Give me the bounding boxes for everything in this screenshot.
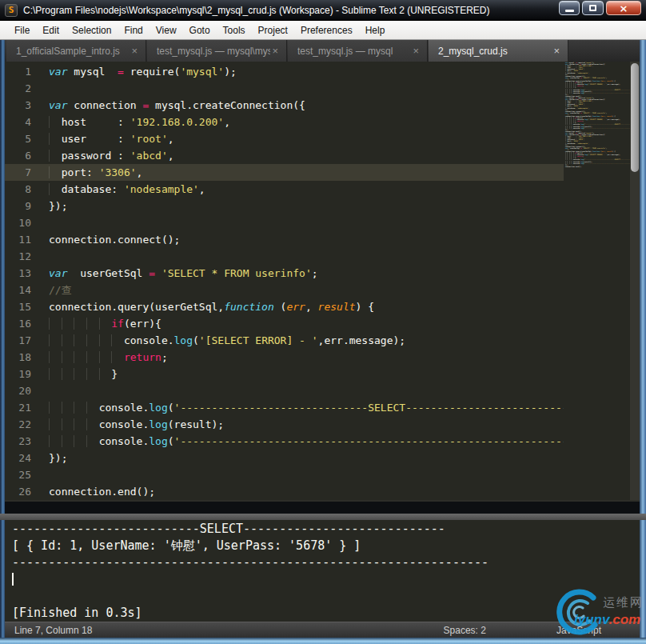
- line-number: 17: [5, 332, 43, 349]
- tab-1-officialsample-intro-js[interactable]: 1_officialSample_intro.js×: [6, 40, 146, 62]
- code-line-7: 7 port: '3306',: [5, 164, 564, 181]
- line-number: 6: [5, 147, 43, 164]
- code-line-24: 24});: [5, 450, 564, 466]
- tab-label: test_mysql.js — mysql: [297, 46, 411, 57]
- line-number: 19: [5, 366, 43, 382]
- close-button[interactable]: ×: [606, 1, 641, 15]
- code-line-21: 21 console.log('------------------------…: [5, 399, 564, 416]
- console-output-line: ----------------------------------------…: [12, 554, 640, 571]
- menu-item-find[interactable]: Find: [118, 22, 149, 39]
- code-line-11: 11connection.connect();: [5, 231, 564, 248]
- tab-close-icon[interactable]: ×: [270, 45, 280, 57]
- maximize-icon: [589, 5, 596, 11]
- code-lines: 1var mysql = require('mysql');23var conn…: [5, 63, 564, 500]
- line-number: 26: [5, 483, 43, 500]
- line-number: 23: [5, 433, 43, 450]
- menu-item-selection[interactable]: Selection: [66, 22, 118, 39]
- menu-item-project[interactable]: Project: [252, 22, 294, 39]
- line-number: 14: [5, 282, 43, 298]
- code-line-14: 14//查: [5, 282, 564, 298]
- tab-label: test_mysql.js — mysql\mysql: [157, 46, 270, 57]
- code-line-17: 17 console.log('[SELECT ERROR] - ',err.m…: [5, 332, 564, 349]
- code-line-12: 12: [5, 248, 564, 265]
- status-syntax[interactable]: JavaScript: [556, 625, 601, 636]
- line-number: 12: [5, 248, 43, 265]
- menu-item-view[interactable]: View: [150, 22, 183, 39]
- line-number: 16: [5, 315, 43, 332]
- line-number: 9: [5, 198, 43, 214]
- menu-item-tools[interactable]: Tools: [217, 22, 252, 39]
- code-line-26: 26connection.end();: [5, 483, 564, 500]
- line-number: 2: [5, 80, 43, 97]
- line-number: 3: [5, 97, 43, 114]
- window-border-bottom: [0, 638, 646, 644]
- code-line-3: 3var connection = mysql.createConnection…: [5, 97, 564, 114]
- line-number: 11: [5, 231, 43, 248]
- line-number: 5: [5, 130, 43, 147]
- line-number: 7: [5, 164, 43, 181]
- tab-close-icon[interactable]: ×: [411, 45, 421, 57]
- status-indentation[interactable]: Spaces: 2: [444, 625, 486, 636]
- menu-item-edit[interactable]: Edit: [36, 22, 66, 39]
- code-line-1: 1var mysql = require('mysql');: [5, 63, 564, 80]
- window-title: C:\Program Files\nodejs\Workspace\mysql\…: [23, 5, 490, 16]
- code-line-25: 25: [5, 466, 564, 483]
- code-line-4: 4 host : '192.168.0.200',: [5, 114, 564, 130]
- status-cursor-position[interactable]: Line 7, Column 18: [14, 625, 444, 636]
- code-line-15: 15connection.query(userGetSql,function (…: [5, 298, 564, 315]
- line-number: 13: [5, 265, 43, 282]
- console-cursor-line: [12, 571, 640, 588]
- tab-2-mysql-crud-js[interactable]: 2_mysql_crud.js×: [429, 40, 568, 62]
- code-line-20: 20: [5, 382, 564, 399]
- minimap[interactable]: var mysql = require('mysql');var connect…: [564, 62, 630, 500]
- vertical-scrollbar-thumb[interactable]: [631, 63, 639, 172]
- line-number: 10: [5, 214, 43, 231]
- code-line-22: 22 console.log(result);: [5, 416, 564, 433]
- tab-bar: 1_officialSample_intro.js×test_mysql.js …: [0, 40, 646, 62]
- minimize-button[interactable]: [559, 1, 580, 15]
- line-number: 4: [5, 114, 43, 130]
- status-bar: Line 7, Column 18 Spaces: 2 JavaScript: [5, 622, 640, 638]
- tab-label: 2_mysql_crud.js: [438, 46, 552, 57]
- tab-test-mysql-js-mysql-mysql[interactable]: test_mysql.js — mysql\mysql×: [147, 40, 287, 62]
- close-icon: ×: [620, 3, 628, 14]
- code-line-23: 23 console.log('------------------------…: [5, 433, 564, 450]
- line-number: 18: [5, 349, 43, 366]
- console-output-line: --------------------------SELECT--------…: [12, 521, 640, 538]
- code-line-6: 6 password : 'abcd',: [5, 147, 564, 164]
- maximize-button[interactable]: [582, 1, 604, 15]
- line-number: 21: [5, 399, 43, 416]
- line-number: 1: [5, 63, 43, 80]
- line-number: 8: [5, 181, 43, 198]
- code-line-16: 16 if(err){: [5, 315, 564, 332]
- code-line-8: 8 database: 'nodesample',: [5, 181, 564, 198]
- menu-bar: FileEditSelectionFindViewGotoToolsProjec…: [0, 21, 646, 40]
- code-line-10: 10: [5, 214, 564, 231]
- console-output-line: [Finished in 0.3s]: [12, 605, 640, 622]
- editor-area[interactable]: 1var mysql = require('mysql');23var conn…: [5, 62, 640, 502]
- tab-test-mysql-js-mysql[interactable]: test_mysql.js — mysql×: [288, 40, 428, 62]
- title-bar[interactable]: S C:\Program Files\nodejs\Workspace\mysq…: [0, 0, 646, 21]
- menu-item-goto[interactable]: Goto: [183, 22, 217, 39]
- menu-item-preferences[interactable]: Preferences: [294, 22, 359, 39]
- panel-divider[interactable]: [0, 514, 646, 520]
- line-number: 25: [5, 466, 43, 483]
- horizontal-scrollbar-track[interactable]: [5, 500, 640, 502]
- vertical-scrollbar-track[interactable]: [630, 62, 640, 500]
- line-number: 22: [5, 416, 43, 433]
- text-cursor: [12, 573, 14, 586]
- code-line-13: 13var userGetSql = 'SELECT * FROM userin…: [5, 265, 564, 282]
- tab-close-icon[interactable]: ×: [552, 45, 561, 57]
- menu-item-help[interactable]: Help: [359, 22, 392, 39]
- console-output-line: [ { Id: 1, UserName: '钟慰', UserPass: '56…: [12, 538, 640, 554]
- line-number: 15: [5, 298, 43, 315]
- menu-item-file[interactable]: File: [8, 22, 36, 39]
- app-icon: S: [5, 4, 18, 17]
- code-line-2: 2: [5, 80, 564, 97]
- code-line-9: 9});: [5, 198, 564, 214]
- line-number: 24: [5, 450, 43, 466]
- tab-close-icon[interactable]: ×: [130, 45, 139, 57]
- tab-label: 1_officialSample_intro.js: [16, 46, 130, 57]
- build-output-panel[interactable]: --------------------------SELECT--------…: [5, 520, 640, 622]
- code-line-18: 18 return;: [5, 349, 564, 366]
